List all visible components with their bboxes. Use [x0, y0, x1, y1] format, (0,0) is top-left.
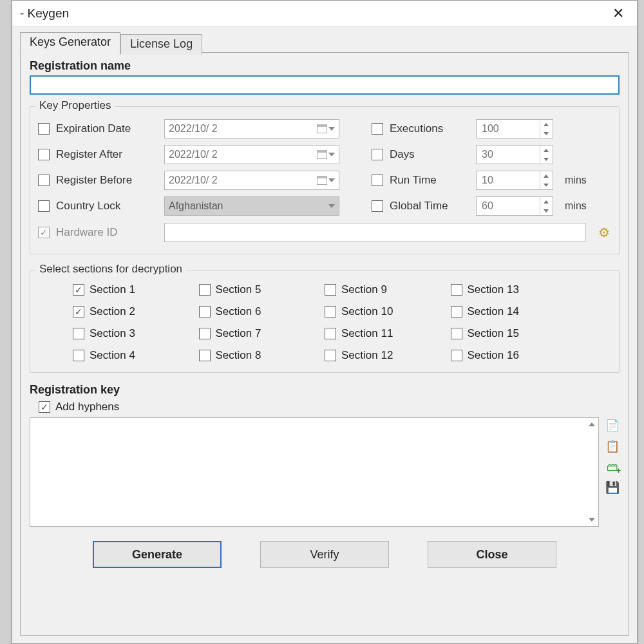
register-after-label: Register After [56, 148, 158, 161]
country-lock-combo[interactable]: Afghanistan [164, 196, 339, 216]
section-label: Section 10 [341, 305, 393, 318]
global-time-field[interactable]: 60 [476, 196, 553, 216]
register-before-label: Register Before [56, 174, 158, 187]
run-time-field[interactable]: 10 [476, 171, 553, 190]
hardware-id-checkbox: ✓ [38, 227, 50, 238]
executions-field[interactable]: 100 [476, 119, 553, 138]
section-item: ✓Section 1 [73, 283, 199, 296]
section-label: Section 16 [468, 349, 519, 362]
days-label: Days [390, 148, 469, 161]
chevron-down-icon [328, 153, 335, 156]
register-before-checkbox[interactable] [38, 175, 50, 186]
country-lock-checkbox[interactable] [38, 200, 50, 212]
section-label: Section 6 [216, 305, 261, 318]
section-checkbox[interactable]: ✓ [73, 306, 84, 317]
save-icon[interactable]: 💾 [605, 480, 620, 495]
spinner-icon[interactable] [540, 197, 551, 215]
client-area: Keys Generator License Log Registration … [12, 26, 637, 643]
tab-keys-generator[interactable]: Keys Generator [20, 32, 120, 53]
section-label: Section 3 [90, 327, 135, 340]
key-side-toolbar: 📄 📋 🗃+ 💾 [605, 417, 620, 495]
section-checkbox[interactable]: ✓ [73, 284, 84, 296]
register-after-field[interactable]: 2022/10/ 2 [164, 145, 339, 164]
section-label: Section 4 [90, 349, 135, 362]
key-properties-title: Key Properties [35, 99, 115, 112]
close-icon[interactable]: ✕ [607, 5, 629, 22]
section-item: Section 14 [451, 305, 577, 318]
calendar-icon [317, 150, 327, 159]
copy-icon[interactable]: 📄 [605, 419, 620, 433]
global-time-unit: mins [565, 200, 587, 212]
days-field[interactable]: 30 [476, 145, 553, 164]
section-item: Section 15 [451, 327, 577, 340]
global-time-checkbox[interactable] [372, 200, 383, 212]
generate-button[interactable]: Generate [93, 541, 222, 568]
section-checkbox[interactable] [451, 328, 462, 339]
tab-license-log[interactable]: License Log [120, 34, 202, 55]
hardware-id-input[interactable] [164, 223, 585, 242]
add-hyphens-checkbox[interactable]: ✓ [39, 401, 50, 413]
global-time-value: 60 [482, 200, 493, 212]
paste-icon[interactable]: 📋 [605, 439, 620, 453]
section-label: Section 12 [341, 349, 393, 362]
verify-button[interactable]: Verify [260, 541, 389, 568]
section-checkbox[interactable] [199, 328, 211, 339]
days-value: 30 [482, 149, 493, 160]
chevron-down-icon [328, 178, 335, 182]
section-checkbox[interactable] [73, 350, 84, 361]
register-after-value: 2022/10/ 2 [169, 149, 218, 160]
section-checkbox[interactable] [199, 350, 211, 361]
section-label: Section 11 [341, 327, 393, 340]
section-label: Section 15 [468, 327, 519, 340]
section-item: Section 16 [451, 349, 577, 362]
chevron-down-icon [328, 204, 335, 208]
register-before-field[interactable]: 2022/10/ 2 [164, 171, 339, 190]
sections-grid: ✓Section 1Section 5Section 9Section 13✓S… [38, 279, 611, 365]
section-checkbox[interactable] [325, 306, 336, 317]
calendar-icon [317, 176, 327, 185]
add-icon[interactable]: 🗃+ [605, 460, 620, 474]
section-checkbox[interactable] [199, 306, 211, 317]
scroll-up-icon[interactable] [587, 419, 597, 430]
expiration-date-value: 2022/10/ 2 [169, 123, 218, 135]
executions-checkbox[interactable] [372, 123, 383, 135]
expiration-date-checkbox[interactable] [38, 123, 50, 135]
gear-icon[interactable]: ⚙ [597, 225, 611, 240]
registration-key-textarea[interactable] [30, 417, 599, 527]
section-label: Section 7 [216, 327, 261, 340]
chevron-down-icon [328, 127, 335, 131]
section-checkbox[interactable] [451, 306, 462, 317]
section-checkbox[interactable] [325, 328, 336, 339]
spinner-icon[interactable] [540, 171, 551, 189]
run-time-value: 10 [482, 175, 493, 186]
section-checkbox[interactable] [325, 284, 336, 296]
section-label: Section 1 [90, 283, 135, 296]
sections-group: Select sections for decryption ✓Section … [30, 270, 620, 373]
scroll-down-icon[interactable] [587, 515, 597, 525]
section-checkbox[interactable] [451, 350, 462, 361]
section-item: Section 9 [325, 283, 451, 296]
spinner-icon[interactable] [540, 120, 551, 138]
section-item: Section 12 [325, 349, 451, 362]
expiration-date-label: Expiration Date [56, 122, 158, 135]
section-item: Section 7 [199, 327, 325, 340]
expiration-date-field[interactable]: 2022/10/ 2 [164, 119, 339, 138]
section-checkbox[interactable] [451, 284, 462, 296]
section-checkbox[interactable] [325, 350, 336, 361]
spinner-icon[interactable] [540, 146, 551, 164]
section-label: Section 2 [90, 305, 135, 318]
close-button[interactable]: Close [428, 541, 556, 568]
section-label: Section 5 [216, 283, 261, 296]
section-checkbox[interactable] [73, 328, 84, 339]
section-label: Section 9 [341, 283, 387, 296]
registration-name-input[interactable] [30, 75, 620, 95]
section-item: Section 6 [199, 305, 325, 318]
run-time-checkbox[interactable] [372, 175, 383, 186]
register-after-checkbox[interactable] [38, 149, 50, 160]
tab-page: Registration name Key Properties Expirat… [20, 52, 629, 636]
executions-label: Executions [390, 122, 469, 135]
run-time-unit: mins [565, 175, 587, 186]
add-hyphens-label: Add hyphens [55, 401, 119, 413]
days-checkbox[interactable] [372, 149, 383, 160]
section-checkbox[interactable] [199, 284, 211, 296]
